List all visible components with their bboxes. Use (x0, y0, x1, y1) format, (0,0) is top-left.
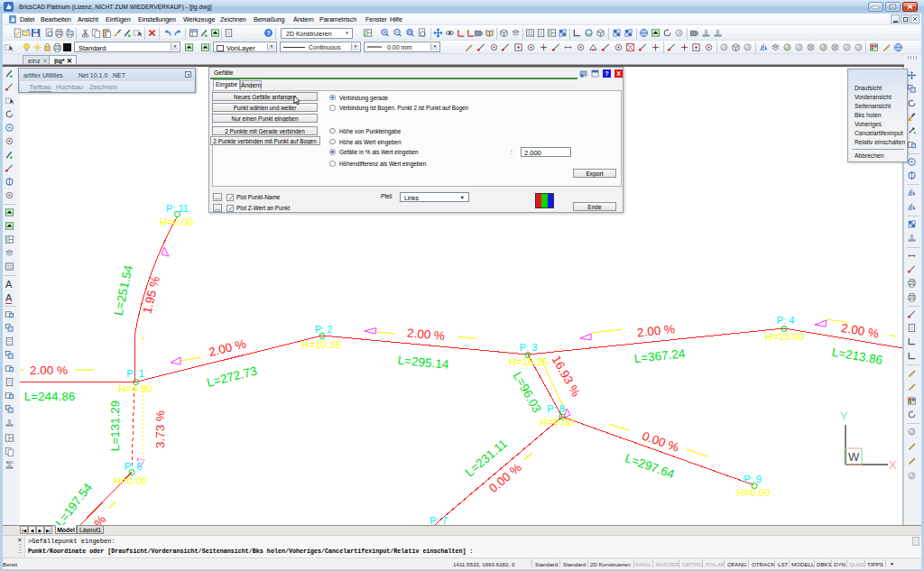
svg-text:W: W (848, 450, 860, 464)
svg-text:ABC: ABC (6, 460, 14, 465)
svg-text:?: ? (266, 30, 270, 36)
svg-text:Y: Y (840, 410, 848, 423)
svg-text:X: X (889, 458, 897, 472)
